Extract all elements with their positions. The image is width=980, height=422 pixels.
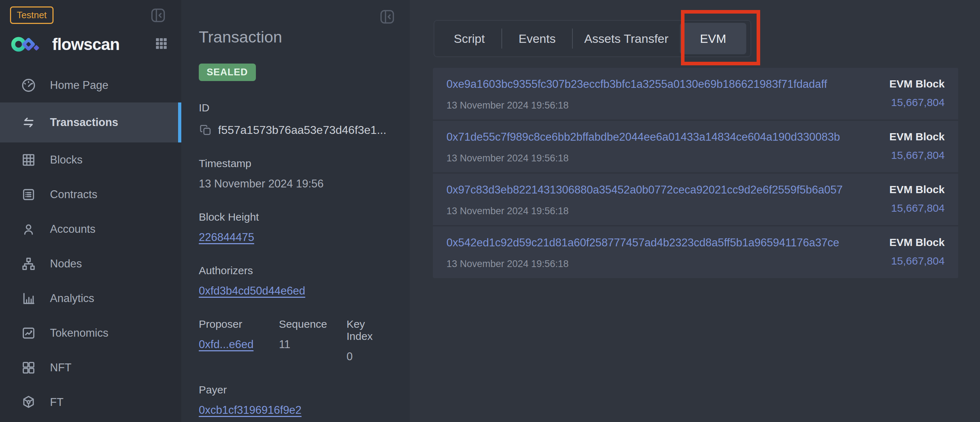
sidebar-item-transactions[interactable]: Transactions	[0, 102, 181, 142]
block-height-link[interactable]: 226844475	[199, 231, 254, 244]
evm-transaction-row: 0xe9a1603bc9355fc307b23eccfb3bfc1a3255a0…	[433, 68, 958, 119]
transaction-id-value: f557a1573b76aa53e73d46f3e1...	[218, 124, 387, 137]
four-squares-icon	[21, 360, 37, 376]
timestamp-label: Timestamp	[199, 158, 394, 170]
sequence-label: Sequence	[279, 318, 347, 330]
sidebar-item-blocks[interactable]: Blocks	[0, 142, 181, 177]
sidebar-item-label: Tokenomics	[50, 326, 108, 339]
transfer-arrows-icon	[21, 115, 37, 130]
copy-icon[interactable]	[199, 123, 212, 137]
sidebar-item-label: Transactions	[50, 116, 118, 129]
evm-block-label: EVM Block	[889, 183, 945, 196]
id-label: ID	[199, 102, 394, 114]
sidebar-item-label: NFT	[50, 361, 72, 374]
evm-transactions-list: 0xe9a1603bc9355fc307b23eccfb3bfc1a3255a0…	[433, 68, 958, 278]
evm-tx-hash-link[interactable]: 0x97c83d3eb8221431306880a35452a0b0772cec…	[447, 183, 843, 196]
network-icon	[21, 256, 37, 272]
speedometer-icon	[21, 78, 37, 93]
sidebar-nav: Home Page Transactions	[0, 68, 181, 419]
apps-menu-button[interactable]	[154, 37, 169, 52]
flowscan-logo-icon[interactable]	[10, 33, 44, 56]
cube-icon	[21, 395, 37, 410]
status-badge: SEALED	[199, 64, 256, 81]
evm-tx-timestamp: 13 November 2024 19:56:18	[447, 100, 827, 111]
tab-assets-transfer[interactable]: Assets Transfer	[573, 23, 680, 54]
evm-block-number-link[interactable]: 15,667,804	[891, 149, 945, 161]
sidebar-item-label: Contracts	[50, 188, 97, 201]
sidebar-item-label: Analytics	[50, 292, 94, 305]
key-index-value: 0	[347, 350, 394, 363]
evm-block-number-link[interactable]: 15,667,804	[891, 202, 945, 214]
network-badge: Testnet	[10, 6, 54, 24]
payer-link[interactable]: 0xcb1cf3196916f9e2	[199, 404, 302, 416]
sidebar-item-nodes[interactable]: Nodes	[0, 246, 181, 281]
evm-block-number-link[interactable]: 15,667,804	[891, 96, 945, 108]
brand-row: flowscan	[10, 30, 169, 59]
sidebar-item-analytics[interactable]: Analytics	[0, 281, 181, 315]
evm-transaction-row: 0x97c83d3eb8221431306880a35452a0b0772cec…	[433, 174, 958, 225]
evm-tx-timestamp: 13 November 2024 19:56:18	[447, 205, 843, 217]
table-grid-icon	[21, 152, 37, 168]
line-chart-icon	[21, 325, 37, 341]
evm-block-label: EVM Block	[889, 78, 945, 90]
sidebar-item-home-page[interactable]: Home Page	[0, 68, 181, 102]
page-title: Transaction	[199, 28, 394, 46]
evm-transaction-row: 0x542ed1c92d59c21d81a60f258777457ad4b232…	[433, 226, 958, 278]
sidebar-item-label: FT	[50, 396, 64, 409]
evm-tx-timestamp: 13 November 2024 19:56:18	[447, 153, 840, 164]
sidebar-item-label: Accounts	[50, 223, 95, 236]
evm-block-label: EVM Block	[889, 236, 945, 248]
tab-evm[interactable]: EVM	[680, 23, 746, 54]
key-index-label: Key Index	[347, 318, 394, 342]
authorizers-label: Authorizers	[199, 264, 394, 277]
sidebar-collapse-button[interactable]	[150, 7, 166, 25]
person-icon	[21, 221, 37, 237]
sequence-value: 11	[279, 338, 347, 351]
flowscan-transaction-page: Testnet	[0, 0, 980, 422]
evm-tx-timestamp: 13 November 2024 19:56:18	[447, 258, 839, 269]
sidebar-item-label: Nodes	[50, 257, 82, 270]
proposer-label: Proposer	[199, 318, 279, 330]
sidebar-item-label: Blocks	[50, 153, 83, 166]
transaction-tabs: Script Events Assets Transfer EVM	[434, 20, 751, 57]
proposer-link[interactable]: 0xfd...e6ed	[199, 338, 253, 350]
main-content: Script Events Assets Transfer EVM 0xe9a1…	[410, 0, 980, 422]
tab-script[interactable]: Script	[437, 23, 501, 54]
transaction-detail-panel: Transaction SEALED ID f557a1573b76aa53e7…	[181, 0, 410, 422]
panel-collapse-button[interactable]	[379, 9, 395, 26]
block-height-label: Block Height	[199, 211, 394, 223]
timestamp-value: 13 November 2024 19:56	[199, 177, 394, 190]
sidebar-item-nft[interactable]: NFT	[0, 350, 181, 385]
evm-tx-hash-link[interactable]: 0x71de55c7f989c8ce6bb2bffabdbe2044ee6a01…	[447, 131, 840, 143]
payer-label: Payer	[199, 384, 394, 396]
evm-tx-hash-link[interactable]: 0x542ed1c92d59c21d81a60f258777457ad4b232…	[447, 236, 839, 249]
sidebar: Testnet	[0, 0, 181, 422]
sidebar-item-accounts[interactable]: Accounts	[0, 212, 181, 246]
sidebar-item-tokenomics[interactable]: Tokenomics	[0, 315, 181, 350]
collapse-panel-icon	[379, 9, 395, 25]
list-box-icon	[21, 187, 37, 202]
evm-transaction-row: 0x71de55c7f989c8ce6bb2bffabdbe2044ee6a01…	[433, 121, 958, 172]
tab-events[interactable]: Events	[502, 23, 572, 54]
evm-block-number-link[interactable]: 15,667,804	[891, 255, 945, 267]
brand-name[interactable]: flowscan	[52, 35, 119, 54]
sidebar-item-label: Home Page	[50, 79, 108, 92]
collapse-panel-icon	[150, 7, 166, 24]
apps-grid-icon	[154, 37, 169, 51]
evm-tx-hash-link[interactable]: 0xe9a1603bc9355fc307b23eccfb3bfc1a3255a0…	[447, 78, 827, 91]
bar-chart-icon	[21, 291, 37, 306]
sidebar-item-ft[interactable]: FT	[0, 385, 181, 419]
evm-block-label: EVM Block	[889, 131, 945, 143]
sidebar-item-contracts[interactable]: Contracts	[0, 177, 181, 212]
authorizers-link[interactable]: 0xfd3b4cd50d44e6ed	[199, 285, 305, 297]
